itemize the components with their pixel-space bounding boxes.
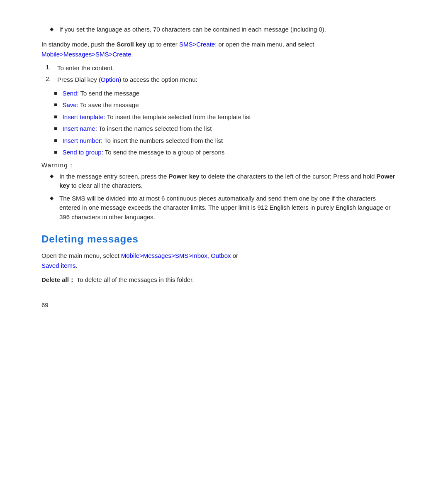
top-bullet-list: ◆ If you set the language as others, 70 …: [41, 25, 398, 34]
option-item-text: Save: To save the message: [62, 100, 398, 110]
mobile-messages-link: Mobile>Messages>SMS>Inbox, Outbox: [121, 252, 231, 259]
send-link: Send:: [62, 90, 78, 97]
list-item: ■ Insert number: To insert the numbers s…: [41, 136, 398, 146]
save-link: Save:: [62, 101, 78, 108]
page-number: 69: [41, 301, 398, 308]
list-item: ■ Send: To send the message: [41, 89, 398, 98]
sq-bullet-icon: ■: [54, 113, 57, 120]
deleting-middle: or: [231, 252, 239, 259]
intro-prefix: In standby mode, push the: [41, 41, 117, 48]
sq-bullet-icon: ■: [54, 137, 57, 144]
save-desc: To save the message: [78, 101, 139, 108]
step-text: Press Dial key (Option) to access the op…: [57, 75, 398, 85]
list-item: 1. To enter the content.: [41, 64, 398, 73]
saved-items-link: Saved items: [41, 262, 76, 269]
step-number: 2.: [46, 75, 57, 82]
option-link: Option: [101, 76, 119, 83]
insert-number-link: Insert number:: [62, 137, 102, 144]
option-item-text: Insert number: To insert the numbers sel…: [62, 136, 398, 146]
insert-name-desc: To insert the names selected from the li…: [97, 125, 212, 132]
step2-prefix: Press Dial key (: [57, 76, 101, 83]
list-item: ◆ The SMS will be divided into at most 6…: [41, 194, 398, 222]
list-item: ■ Send to group: To send the message to …: [41, 148, 398, 157]
warning1-prefix: In the message entry screen, press the: [59, 173, 168, 180]
intro-middle2: ; or open the main menu, and select: [215, 41, 314, 48]
insert-name-link: Insert name:: [62, 125, 97, 132]
insert-template-desc: To insert the template selected from the…: [105, 113, 251, 120]
warning-bullet-text: In the message entry screen, press the P…: [59, 172, 398, 191]
sq-bullet-icon: ■: [54, 149, 57, 155]
bullet-diamond: ◆: [50, 173, 54, 179]
bullet-diamond: ◆: [50, 195, 54, 201]
insert-number-desc: To insert the numbers selected from the …: [102, 137, 223, 144]
delete-all-paragraph: Delete all： To delete all of the message…: [41, 275, 398, 285]
list-item: ◆ If you set the language as others, 70 …: [41, 25, 398, 34]
deleting-prefix: Open the main menu, select: [41, 252, 121, 259]
content-area: ◆ If you set the language as others, 70 …: [41, 25, 398, 308]
power-key-bold1: Power key: [168, 173, 199, 180]
warning-bullet-text2: The SMS will be divided into at most 6 c…: [59, 194, 398, 222]
list-item: ■ Insert name: To insert the names selec…: [41, 124, 398, 134]
delete-all-bold: Delete all：: [41, 276, 75, 283]
option-menu-list: ■ Send: To send the message ■ Save: To s…: [41, 89, 398, 157]
warning-label: Warning：: [41, 162, 398, 169]
list-item: 2. Press Dial key (Option) to access the…: [41, 75, 398, 85]
warning1-suffix: to clear all the characters.: [70, 182, 143, 189]
warning1-middle: to delete the characters to the left of …: [200, 173, 377, 180]
intro-middle1: up to enter: [146, 41, 179, 48]
send-desc: To send the message: [79, 90, 139, 97]
deleting-paragraph: Open the main menu, select Mobile>Messag…: [41, 251, 398, 271]
numbered-steps-list: 1. To enter the content. 2. Press Dial k…: [41, 64, 398, 85]
page-container: ◆ If you set the language as others, 70 …: [0, 0, 448, 497]
deleting-suffix: .: [76, 262, 78, 269]
scroll-key-bold: Scroll key: [117, 41, 146, 48]
sms-create-link1: SMS>Create: [179, 41, 215, 48]
step-text: To enter the content.: [57, 64, 398, 73]
send-to-group-link: Send to group:: [62, 149, 103, 156]
intro-paragraph: In standby mode, push the Scroll key up …: [41, 39, 398, 59]
send-to-group-desc: To send the message to a group of person…: [103, 149, 224, 156]
step-number: 1.: [46, 64, 57, 71]
list-item: ◆ In the message entry screen, press the…: [41, 172, 398, 191]
option-item-text: Send to group: To send the message to a …: [62, 148, 398, 157]
sq-bullet-icon: ■: [54, 90, 57, 96]
bullet-diamond: ◆: [50, 26, 54, 32]
step2-suffix: ) to access the option menu:: [119, 76, 197, 83]
delete-all-text: To delete all of the messages in this fo…: [75, 276, 194, 283]
sq-bullet-icon: ■: [54, 101, 57, 108]
option-item-text: Insert name: To insert the names selecte…: [62, 124, 398, 134]
insert-template-link: Insert template:: [62, 113, 105, 120]
sms-create-link2: Mobile>Messages>SMS>Create.: [41, 51, 133, 58]
list-item: ■ Insert template: To insert the templat…: [41, 113, 398, 122]
list-item: ■ Save: To save the message: [41, 100, 398, 110]
option-item-text: Send: To send the message: [62, 89, 398, 98]
section-heading: Deleting messages: [41, 233, 398, 245]
warning-bullet-list: ◆ In the message entry screen, press the…: [41, 172, 398, 222]
sq-bullet-icon: ■: [54, 125, 57, 132]
bullet-text: If you set the language as others, 70 ch…: [59, 25, 398, 34]
option-item-text: Insert template: To insert the template …: [62, 113, 398, 122]
